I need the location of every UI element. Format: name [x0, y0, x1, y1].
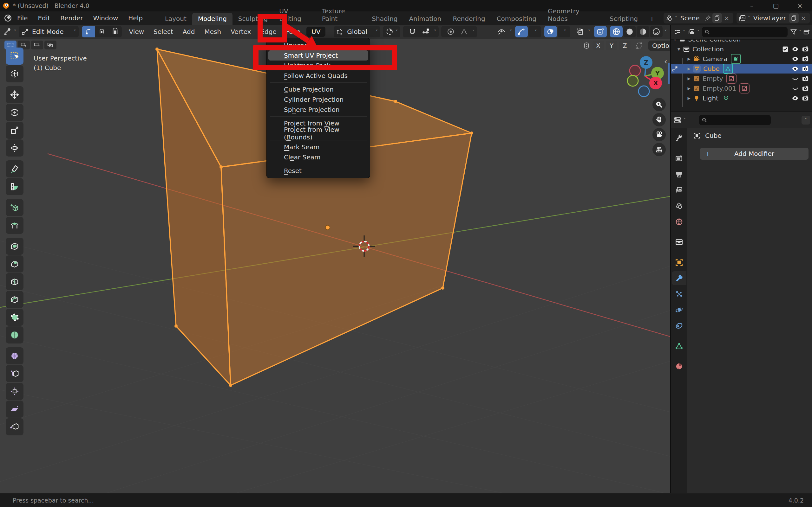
checkbox-icon[interactable] — [782, 46, 789, 52]
tab-view-layer[interactable] — [672, 183, 687, 197]
tab-scripting[interactable]: Scripting — [604, 13, 644, 25]
new-view-layer-icon[interactable] — [789, 13, 799, 23]
menu-vertex[interactable]: Vertex — [226, 25, 256, 39]
pan-button[interactable] — [653, 113, 666, 126]
menu-item-follow-active-quads[interactable]: Follow Active Quads — [267, 71, 370, 81]
expand-arrow-icon[interactable]: ▶ — [685, 96, 693, 101]
tab-uv-editing[interactable]: UV Editing — [273, 5, 316, 25]
eye-icon[interactable] — [792, 95, 799, 102]
tab-geometry-nodes[interactable]: Geometry Nodes — [542, 5, 604, 25]
render-visibility-icon[interactable] — [802, 65, 809, 72]
outliner-row-empty[interactable]: ▶ Empty — [671, 73, 812, 83]
properties-editor-type-icon[interactable] — [673, 116, 681, 124]
tool-transform[interactable] — [6, 139, 23, 157]
eye-icon[interactable] — [792, 46, 799, 53]
new-collection-icon[interactable] — [803, 29, 810, 36]
expand-arrow-icon[interactable]: ▼ — [675, 47, 683, 51]
tab-output[interactable] — [672, 167, 687, 181]
tab-modeling[interactable]: Modeling — [192, 13, 233, 25]
tab-layout[interactable]: Layout — [159, 13, 192, 25]
tool-rotate[interactable] — [6, 104, 23, 121]
empty-001-label[interactable]: Empty.001 — [703, 84, 736, 92]
eye-closed-icon[interactable] — [792, 85, 799, 92]
scene-browse-icon[interactable] — [665, 14, 673, 22]
pin-icon[interactable] — [703, 13, 712, 23]
tab-physics[interactable] — [672, 303, 687, 317]
shading-rendered-icon[interactable] — [650, 26, 663, 38]
outliner-search-box[interactable] — [702, 27, 788, 37]
scene-collection-row-clipped[interactable]: ▼ Scene Collection — [671, 40, 812, 44]
show-visibility-icon[interactable] — [495, 26, 508, 38]
shading-material-icon[interactable] — [637, 26, 649, 38]
outliner-row-collection[interactable]: ▼ Collection — [671, 44, 812, 54]
tool-select-box[interactable] — [6, 48, 23, 65]
render-visibility-icon[interactable] — [802, 75, 809, 82]
menu-mesh[interactable]: Mesh — [200, 25, 226, 39]
menu-add[interactable]: Add — [178, 25, 200, 39]
edge-select-button[interactable] — [95, 26, 108, 38]
mirror-z-button[interactable]: Z — [619, 41, 630, 50]
face-select-button[interactable] — [108, 26, 122, 38]
mesh-data-badge[interactable] — [723, 64, 733, 74]
tool-measure[interactable] — [6, 178, 23, 195]
tool-move[interactable] — [6, 86, 23, 103]
tab-object[interactable] — [672, 256, 687, 269]
menu-item-sphere-projection[interactable]: Sphere Projection — [267, 105, 370, 115]
shading-wireframe-icon[interactable] — [610, 26, 623, 38]
tab-texture-paint[interactable]: Texture Paint — [316, 5, 366, 25]
tool-rip-region[interactable] — [6, 418, 23, 435]
tab-constraints[interactable] — [672, 319, 687, 333]
scene-selector[interactable]: ˅ Scene × — [664, 13, 733, 23]
pivot-point-dropdown[interactable]: ˅ — [383, 26, 400, 38]
add-workspace-button[interactable]: + — [644, 13, 660, 25]
expand-arrow-icon[interactable]: ▶ — [685, 76, 693, 81]
shading-solid-icon[interactable] — [623, 26, 636, 38]
render-visibility-icon[interactable] — [802, 46, 809, 53]
camera-label[interactable]: Camera — [703, 55, 728, 63]
menu-render[interactable]: Render — [55, 11, 88, 25]
remove-view-layer-icon[interactable]: × — [799, 13, 808, 23]
transform-orientation-dropdown[interactable]: Global ˅ — [334, 26, 380, 38]
tool-extrude-region[interactable] — [6, 217, 23, 234]
menu-help[interactable]: Help — [123, 11, 148, 25]
expand-arrow-icon[interactable]: ▶ — [685, 86, 693, 91]
menu-item-cube-projection[interactable]: Cube Projection — [267, 84, 370, 95]
tab-modifiers[interactable] — [672, 271, 687, 285]
menu-item-clear-seam[interactable]: Clear Seam — [267, 152, 370, 162]
render-visibility-icon[interactable] — [802, 95, 809, 102]
breadcrumb-object-name[interactable]: Cube — [705, 132, 722, 139]
tool-shear[interactable] — [6, 400, 23, 418]
camera-view-button[interactable] — [653, 128, 666, 141]
mirror-x-button[interactable]: X — [593, 41, 604, 50]
tab-tool[interactable] — [672, 131, 687, 145]
tool-loop-cut[interactable] — [6, 273, 23, 290]
snap-increment-icon[interactable] — [419, 26, 432, 38]
minimize-button[interactable]: – — [740, 0, 764, 11]
snap-base-icon[interactable] — [635, 42, 643, 50]
outliner-row-cube[interactable]: ▶ Cube — [671, 64, 812, 73]
image-data-badge[interactable] — [740, 83, 750, 94]
tool-scale[interactable] — [6, 122, 23, 139]
eye-icon[interactable] — [792, 65, 799, 72]
menu-face[interactable]: Face — [281, 25, 305, 39]
render-visibility-icon[interactable] — [802, 85, 809, 92]
unlink-scene-icon[interactable]: × — [722, 13, 731, 23]
falloff-curve-icon[interactable] — [458, 26, 470, 38]
properties-search-input[interactable] — [707, 117, 768, 124]
menu-select[interactable]: Select — [149, 25, 178, 39]
editor-type-icon[interactable] — [3, 27, 12, 36]
toggle-perspective-button[interactable] — [653, 143, 666, 156]
menu-item-project-from-view-bounds[interactable]: Project from View (Bounds) — [267, 128, 370, 138]
eye-icon[interactable] — [792, 55, 799, 62]
tool-knife[interactable] — [6, 291, 23, 308]
menu-edge[interactable]: Edge — [256, 25, 281, 39]
tab-world[interactable] — [672, 215, 687, 229]
gizmo-axis-neg-y[interactable] — [627, 75, 638, 86]
expand-arrow-icon[interactable]: ▶ — [685, 57, 693, 61]
gizmo-dropdown-icon[interactable]: ˅ — [528, 26, 541, 38]
menu-file[interactable]: File — [12, 11, 33, 25]
show-gizmo-icon[interactable] — [515, 26, 528, 38]
menu-uv[interactable]: UV — [306, 26, 325, 37]
gizmo-axis-neg-x[interactable] — [629, 65, 641, 76]
tool-add-cube[interactable] — [6, 199, 23, 216]
